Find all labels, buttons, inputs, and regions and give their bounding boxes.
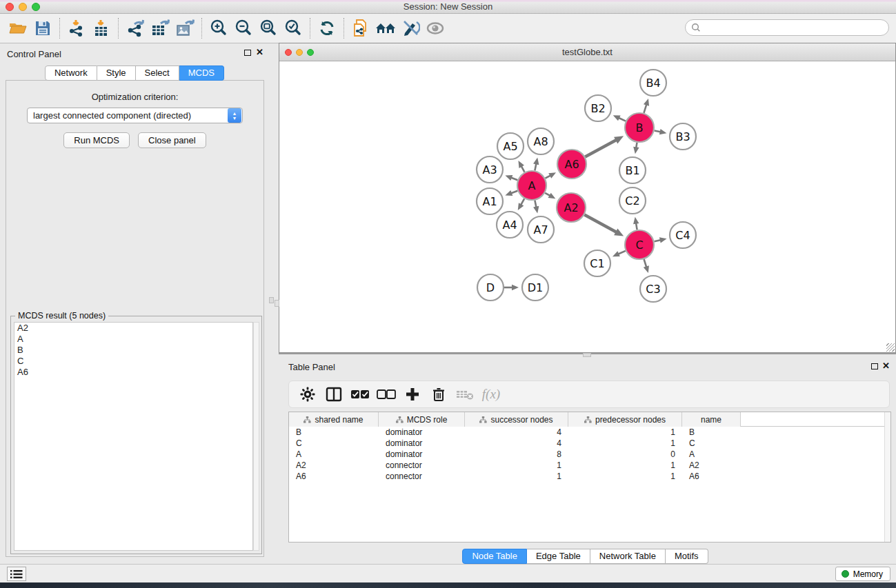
network-graph[interactable]: B4B2BB3A8A5A6A3B1AA1C2A2A4A7C4CC1C3DD1 (279, 61, 895, 352)
table-row[interactable]: A2connector11A2 (289, 460, 890, 471)
edge-A6-B[interactable] (585, 140, 617, 157)
node-C3[interactable]: C3 (640, 276, 666, 302)
result-item[interactable]: B (14, 345, 252, 356)
table-row[interactable]: Bdominator41B (289, 427, 890, 438)
node-C1[interactable]: C1 (584, 250, 610, 276)
table-scrollbar[interactable] (884, 412, 890, 542)
result-item[interactable]: A6 (14, 367, 252, 378)
node-A2[interactable]: A2 (557, 193, 586, 222)
network-resize-grip[interactable] (886, 343, 895, 352)
result-item[interactable]: A (14, 334, 252, 345)
tab-node-table[interactable]: Node Table (462, 549, 527, 564)
memory-button[interactable]: Memory (835, 567, 890, 581)
split-columns-button[interactable] (321, 383, 347, 405)
table-row[interactable]: Adominator80A (289, 449, 890, 460)
delete-columns-button[interactable] (426, 383, 452, 405)
table-row[interactable]: Cdominator41C (289, 438, 890, 449)
node-D[interactable]: D (477, 274, 504, 301)
import-network-button[interactable] (64, 17, 89, 40)
export-network-button[interactable] (123, 17, 148, 40)
node-C[interactable]: C (625, 230, 654, 259)
tab-edge-table[interactable]: Edge Table (527, 549, 590, 564)
result-scrollbar[interactable] (253, 322, 259, 551)
node-C4[interactable]: C4 (670, 222, 696, 248)
network-left-grip[interactable] (275, 300, 279, 307)
result-item[interactable]: C (14, 356, 252, 367)
search-box[interactable] (685, 19, 889, 36)
node-B1[interactable]: B1 (619, 157, 646, 183)
column-header-successor-nodes[interactable]: successor nodes (465, 412, 568, 427)
node-label: B1 (625, 164, 639, 177)
zoom-in-button[interactable] (206, 17, 231, 40)
node-A8[interactable]: A8 (528, 128, 554, 154)
new-network-from-selection-button[interactable] (348, 17, 373, 40)
network-canvas[interactable]: B4B2BB3A8A5A6A3B1AA1C2A2A4A7C4CC1C3DD1 (279, 61, 895, 352)
edge-B-B4[interactable] (644, 104, 646, 113)
open-session-button[interactable] (6, 17, 30, 40)
tab-network[interactable]: Network (45, 65, 97, 81)
column-header-predecessor-nodes[interactable]: predecessor nodes (568, 412, 682, 427)
node-A5[interactable]: A5 (497, 133, 524, 159)
tab-motifs[interactable]: Motifs (666, 549, 708, 564)
splitter-grip[interactable] (583, 353, 591, 357)
tab-mcds[interactable]: MCDS (179, 65, 224, 81)
node-C2[interactable]: C2 (619, 187, 646, 214)
cell: 1 (568, 460, 682, 471)
tab-network-table[interactable]: Network Table (590, 549, 666, 564)
float-panel-icon[interactable] (244, 50, 251, 56)
search-input[interactable] (701, 21, 882, 34)
node-A7[interactable]: A7 (528, 216, 554, 243)
mcds-result-list[interactable]: A2ABCA6 (14, 322, 253, 551)
export-table-button[interactable] (148, 17, 172, 40)
table-settings-button[interactable] (295, 383, 321, 405)
close-panel-button[interactable]: Close panel (138, 132, 206, 148)
close-panel-icon[interactable]: ✕ (256, 47, 263, 57)
node-B4[interactable]: B4 (640, 70, 666, 96)
node-B2[interactable]: B2 (585, 95, 611, 121)
tab-style[interactable]: Style (97, 65, 136, 81)
edge-A2-C[interactable] (584, 215, 617, 233)
tab-select[interactable]: Select (136, 65, 179, 81)
apply-layout-button[interactable] (315, 17, 339, 40)
horizontal-splitter[interactable] (279, 353, 896, 358)
result-item[interactable]: A2 (14, 323, 252, 334)
zoom-fit-button[interactable] (256, 17, 281, 40)
toolbar-separator (59, 18, 60, 39)
column-header-shared-name[interactable]: shared name (289, 412, 379, 427)
select-all-rows-button[interactable] (347, 383, 373, 405)
close-panel-icon[interactable]: ✕ (882, 361, 890, 371)
cell: dominator (379, 438, 465, 449)
table-row[interactable]: A6connector11A6 (289, 471, 890, 482)
window-title: Session: New Session (0, 1, 896, 12)
column-header-MCDS-role[interactable]: MCDS role (379, 412, 465, 427)
deselect-all-rows-button[interactable] (373, 383, 399, 405)
show-all-button[interactable] (423, 17, 448, 40)
optimization-criterion-select[interactable]: largest connected component (directed) ▲… (27, 108, 243, 123)
first-neighbors-button[interactable] (373, 17, 398, 40)
node-A6[interactable]: A6 (557, 150, 586, 179)
delete-table-button[interactable] (452, 383, 478, 405)
splitter-grip[interactable] (269, 297, 274, 303)
node-A[interactable]: A (517, 171, 546, 200)
float-panel-icon[interactable] (871, 363, 878, 369)
export-image-button[interactable] (172, 17, 197, 40)
node-A3[interactable]: A3 (477, 156, 503, 183)
node-B3[interactable]: B3 (670, 123, 696, 150)
hide-selected-button[interactable] (398, 17, 423, 40)
run-mcds-button[interactable]: Run MCDS (63, 132, 130, 148)
vertical-splitter[interactable] (269, 43, 275, 564)
column-header-name[interactable]: name (682, 412, 741, 427)
add-column-button[interactable] (399, 383, 426, 405)
function-builder-button[interactable]: f(x) (478, 383, 504, 405)
node-A1[interactable]: A1 (477, 188, 503, 214)
task-history-button[interactable] (7, 567, 26, 581)
node-A4[interactable]: A4 (497, 212, 523, 238)
plus-icon (405, 387, 420, 402)
import-table-button[interactable] (89, 17, 114, 40)
node-table[interactable]: shared nameMCDS rolesuccessor nodesprede… (288, 412, 891, 543)
zoom-selected-button[interactable] (281, 17, 306, 40)
save-session-button[interactable] (30, 17, 55, 40)
zoom-out-button[interactable] (231, 17, 256, 40)
node-D1[interactable]: D1 (522, 274, 548, 301)
node-B[interactable]: B (625, 113, 654, 142)
